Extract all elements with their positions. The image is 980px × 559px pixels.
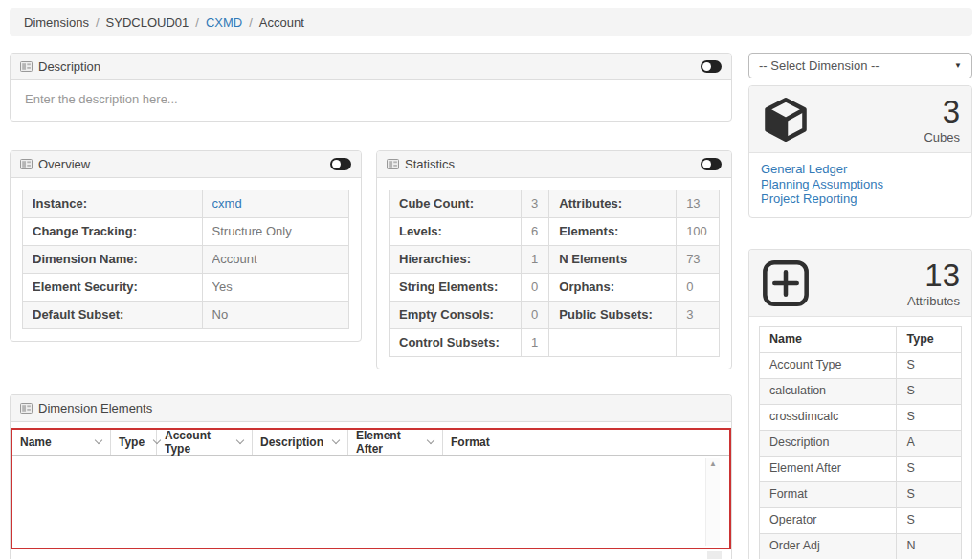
panel-card-icon [20, 403, 33, 414]
chevron-down-icon[interactable] [332, 436, 340, 444]
table-row: String Elements: 0 Orphans: 0 [390, 274, 720, 302]
panel-card-icon [387, 159, 399, 169]
attribute-type: S [897, 507, 962, 533]
attributes-label: Attributes [907, 294, 960, 308]
breadcrumb: Dimensions / SYDCLOUD01 / CXMD / Account [10, 8, 972, 36]
attributes-table: Name Type Account Type S calculation S c… [759, 326, 962, 559]
stat-label: Levels: [390, 218, 522, 246]
cubes-card-header: 3 Cubes [749, 86, 971, 153]
chevron-down-icon[interactable] [427, 436, 434, 444]
table-row: Element Security: Yes [23, 274, 349, 302]
dimension-select[interactable]: -- Select Dimension -- ▼ [748, 53, 972, 78]
table-row: Description A [760, 430, 962, 456]
overview-label: Default Subset: [23, 302, 203, 329]
cube-link-project-reporting[interactable]: Project Reporting [761, 191, 960, 207]
stat-label: Hierarchies: [390, 246, 522, 274]
overview-value: Structure Only [202, 218, 348, 246]
chevron-down-icon[interactable] [236, 436, 244, 444]
table-row: Order Adj N [760, 533, 962, 559]
attribute-type: S [897, 404, 962, 430]
breadcrumb-separator: / [249, 15, 253, 30]
breadcrumb-item-dimension: Account [259, 15, 304, 30]
attributes-header-type: Type [897, 326, 962, 352]
statistics-panel: Statistics Cube Count: 3 Attributes: 13 [376, 150, 732, 369]
grid-scrollbar-track[interactable] [707, 551, 722, 559]
attributes-header-name: Name [760, 326, 897, 352]
statistics-toggle[interactable] [701, 158, 722, 170]
plus-square-icon [761, 258, 811, 308]
stat-value: 0 [522, 302, 549, 329]
dimension-elements-grid-highlight: Name Type Account Type Description Eleme… [11, 428, 731, 549]
overview-table: Instance: cxmd Change Tracking: Structur… [22, 190, 349, 329]
column-header-name[interactable]: Name [12, 430, 111, 455]
scroll-up-icon[interactable]: ▲ [706, 458, 720, 470]
cubes-count: 3 [924, 95, 960, 129]
stat-label: Cube Count: [390, 190, 522, 218]
stat-value: 73 [677, 246, 720, 274]
breadcrumb-separator: / [195, 15, 199, 30]
table-row: Operator S [760, 507, 962, 533]
stat-label: Orphans: [549, 274, 677, 302]
attributes-card-header: 13 Attributes [749, 250, 971, 317]
table-row: Levels: 6 Elements: 100 [390, 218, 720, 246]
description-panel-body: Enter the description here... [11, 80, 731, 121]
cubes-label: Cubes [924, 130, 960, 145]
attribute-name: Description [760, 430, 897, 456]
description-input[interactable]: Enter the description here... [25, 92, 717, 106]
attribute-type: S [897, 481, 962, 507]
chevron-down-icon[interactable] [95, 436, 102, 444]
cube-link-general-ledger[interactable]: General Ledger [761, 162, 960, 177]
column-header-description[interactable]: Description [253, 430, 348, 455]
table-row: Element After S [760, 456, 962, 481]
description-panel: Description Enter the description here..… [10, 53, 732, 122]
overview-value: Account [202, 246, 348, 274]
stat-value: 3 [677, 302, 720, 329]
cubes-links: General Ledger Planning Assumptions Proj… [749, 153, 971, 217]
dimension-elements-grid-body: ▲ [12, 456, 729, 548]
description-panel-title: Description [38, 59, 100, 74]
column-header-element-after[interactable]: Element After [348, 430, 443, 455]
description-toggle[interactable] [701, 60, 722, 73]
table-row: crossdimcalc S [760, 404, 962, 430]
instance-link[interactable]: cxmd [212, 196, 242, 211]
stat-label: N Elements [549, 246, 677, 274]
stat-label: Attributes: [549, 190, 677, 218]
statistics-table: Cube Count: 3 Attributes: 13 Levels: 6 E… [389, 190, 720, 357]
stat-value: 0 [522, 274, 549, 302]
attribute-name: Account Type [760, 352, 897, 378]
stat-value: 1 [522, 329, 549, 357]
attribute-name: calculation [760, 378, 897, 404]
overview-panel-header: Overview [11, 151, 361, 178]
description-panel-header: Description [11, 54, 731, 80]
grid-scrollbar[interactable]: ▲ [705, 458, 720, 546]
attribute-type: S [897, 378, 962, 404]
table-row: Instance: cxmd [23, 190, 349, 218]
column-header-account-type[interactable]: Account Type [157, 430, 253, 455]
stat-label: Control Subsets: [390, 329, 522, 357]
table-row: Control Subsets: 1 [390, 329, 720, 357]
dimension-select-value: -- Select Dimension -- [759, 58, 880, 73]
cube-link-planning-assumptions[interactable]: Planning Assumptions [761, 177, 960, 192]
overview-label: Dimension Name: [23, 246, 203, 274]
statistics-panel-header: Statistics [377, 151, 731, 178]
overview-toggle[interactable] [330, 158, 351, 170]
stat-value: 100 [677, 218, 720, 246]
overview-label: Instance: [23, 190, 203, 218]
dimension-elements-panel-header: Dimension Elements [11, 395, 731, 422]
stat-label: Elements: [549, 218, 677, 246]
select-arrow-icon: ▼ [954, 61, 962, 70]
overview-panel: Overview Instance: cxmd Change Tracking:… [10, 150, 362, 342]
attributes-card: 13 Attributes Name Type Account Type S [748, 249, 972, 559]
breadcrumb-item-instance-link[interactable]: CXMD [206, 15, 242, 30]
breadcrumb-item-dimensions: Dimensions [24, 15, 89, 30]
stat-value: 6 [522, 218, 549, 246]
overview-label: Change Tracking: [23, 218, 203, 246]
stat-value [677, 329, 720, 357]
statistics-panel-title: Statistics [405, 157, 455, 171]
column-header-type[interactable]: Type [111, 430, 157, 455]
column-header-format[interactable]: Format [443, 430, 729, 455]
attribute-name: Operator [760, 507, 897, 533]
table-row: Format S [760, 481, 962, 507]
stat-label: Public Subsets: [549, 302, 677, 329]
attribute-name: Format [760, 481, 897, 507]
